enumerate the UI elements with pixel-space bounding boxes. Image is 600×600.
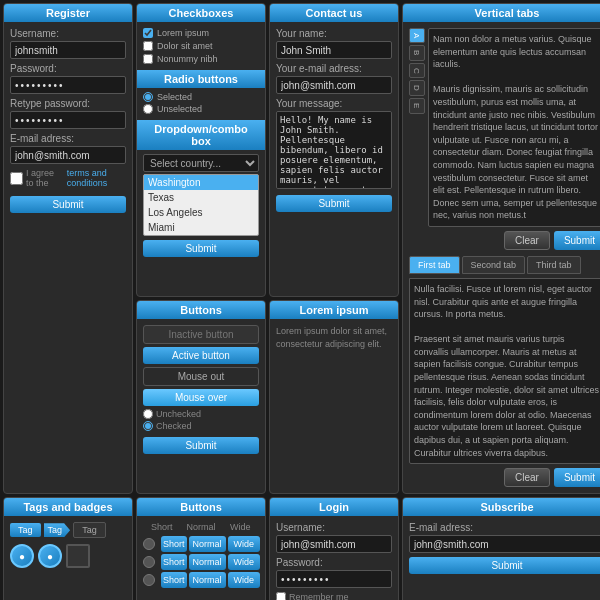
vtabs-title: Vertical tabs (403, 4, 600, 22)
agree-checkbox[interactable] (10, 172, 23, 185)
tag-1: Tag (10, 523, 41, 537)
tag-dark-1: Tag (73, 522, 106, 538)
badge-circle-2: ● (38, 544, 62, 568)
htab-first[interactable]: First tab (409, 256, 460, 274)
buttons-headers: Short Normal Wide (143, 522, 259, 532)
terms-link[interactable]: terms and conditions (67, 168, 126, 188)
contact-submit-button[interactable]: Submit (276, 195, 392, 212)
contact-panel: Contact us Your name: Your e-mail adress… (269, 3, 399, 297)
agree-row: I agree to the terms and conditions (10, 168, 126, 188)
htabs-submit-button[interactable]: Submit (554, 468, 600, 487)
checkbox-item-1: Lorem ipsum (143, 28, 259, 38)
vtab-e[interactable]: E (409, 98, 425, 113)
retype-label: Retype password: (10, 98, 126, 109)
unchecked-radio[interactable] (143, 409, 153, 419)
contact-name-input[interactable] (276, 41, 392, 59)
contact-email-label: Your e-mail adress: (276, 63, 392, 74)
password-input[interactable] (10, 76, 126, 94)
btn-normal-1[interactable]: Normal (189, 536, 226, 552)
badge-circle-1: ● (10, 544, 34, 568)
dropdown-submit-button[interactable]: Submit (143, 240, 259, 257)
btn-wide-1[interactable]: Wide (228, 536, 261, 552)
unchecked-row: Unchecked (143, 409, 259, 419)
checked-radio[interactable] (143, 421, 153, 431)
register-panel: Register Username: Password: Retype pass… (3, 3, 133, 494)
login-password-label: Password: (276, 557, 392, 568)
btn-wide-2[interactable]: Wide (228, 554, 261, 570)
radio-item-1: Selected (143, 92, 259, 102)
tag-arrow-1: Tag (44, 523, 71, 537)
checkbox-1[interactable] (143, 28, 153, 38)
badge-square-1 (66, 544, 90, 568)
remember-me-checkbox[interactable] (276, 592, 286, 600)
vtab-b[interactable]: B (409, 45, 425, 60)
contact-title: Contact us (270, 4, 398, 22)
register-title: Register (4, 4, 132, 22)
vtab-content: Nam non dolor a metus varius. Quisque el… (428, 28, 600, 227)
retype-input[interactable] (10, 111, 126, 129)
dropdown-option-washington[interactable]: Washington (144, 175, 258, 190)
checked-row: Checked (143, 421, 259, 431)
checkbox-2[interactable] (143, 41, 153, 51)
buttons-matrix-title: Buttons (137, 498, 265, 516)
htab-second[interactable]: Second tab (462, 256, 526, 274)
buttons-matrix-panel: Buttons Short Normal Wide Short Normal W… (136, 497, 266, 600)
btn-normal-2[interactable]: Normal (189, 554, 226, 570)
htabs-clear-button[interactable]: Clear (504, 468, 550, 487)
contact-email-input[interactable] (276, 76, 392, 94)
lorem-panel: Lorem ipsum Lorem ipsum dolor sit amet, … (269, 300, 399, 494)
subscribe-title: Subscribe (403, 498, 600, 516)
contact-message-label: Your message: (276, 98, 392, 109)
username-input[interactable] (10, 41, 126, 59)
buttons-left-submit[interactable]: Submit (143, 437, 259, 454)
dropdown-option-la[interactable]: Los Angeles (144, 205, 258, 220)
email-input[interactable] (10, 146, 126, 164)
checkbox-3[interactable] (143, 54, 153, 64)
vtab-d[interactable]: D (409, 80, 425, 96)
active-button[interactable]: Active button (143, 347, 259, 364)
buttons-left-panel: Buttons Inactive button Active button Mo… (136, 300, 266, 494)
inactive-button: Inactive button (143, 325, 259, 344)
radio-unselected[interactable] (143, 104, 153, 114)
htabs-list: First tab Second tab Third tab (409, 256, 600, 274)
mouseover-button[interactable]: Mouse over (143, 389, 259, 406)
row1-icon (143, 538, 155, 550)
btn-short-3[interactable]: Short (161, 572, 187, 588)
dropdown-option-texas[interactable]: Texas (144, 190, 258, 205)
mouseout-button[interactable]: Mouse out (143, 367, 259, 386)
btn-normal-3[interactable]: Normal (189, 572, 226, 588)
header-wide: Wide (222, 522, 259, 532)
dropdown-list: Washington Texas Los Angeles Miami (143, 174, 259, 236)
login-username-input[interactable] (276, 535, 392, 553)
subscribe-email-label: E-mail adress: (409, 522, 600, 533)
htab-third[interactable]: Third tab (527, 256, 581, 274)
radio-title: Radio buttons (137, 70, 265, 88)
tags-panel: Tags and badges Tag Tag Tag ● ● (3, 497, 133, 600)
radio-selected[interactable] (143, 92, 153, 102)
main-page: Register Username: Password: Retype pass… (0, 0, 600, 600)
btn-wide-3[interactable]: Wide (228, 572, 261, 588)
row3-icon (143, 574, 155, 586)
subscribe-email-input[interactable] (409, 535, 600, 553)
login-panel: Login Username: Password: Remember me Re… (269, 497, 399, 600)
vtabs-submit-button[interactable]: Submit (554, 231, 600, 250)
login-password-input[interactable] (276, 570, 392, 588)
checkboxes-title: Checkboxes (137, 4, 265, 22)
country-select[interactable]: Select country... Washington Texas Los A… (143, 154, 259, 172)
vtabs-clear-button[interactable]: Clear (504, 231, 550, 250)
vtab-a[interactable]: A (409, 28, 425, 43)
subscribe-submit-button[interactable]: Submit (409, 557, 600, 574)
login-username-label: Username: (276, 522, 392, 533)
contact-message-input[interactable]: Hello! My name is John Smith. Pellentesq… (276, 111, 392, 189)
button-row-3: Short Normal Wide (143, 572, 259, 588)
dropdown-title: Dropdown/combo box (137, 120, 265, 150)
btn-short-2[interactable]: Short (161, 554, 187, 570)
htabs-section: First tab Second tab Third tab Nulla fac… (409, 256, 600, 487)
register-submit-button[interactable]: Submit (10, 196, 126, 213)
btn-short-1[interactable]: Short (161, 536, 187, 552)
vtab-c[interactable]: C (409, 63, 425, 79)
dropdown-option-miami[interactable]: Miami (144, 220, 258, 235)
button-row-1: Short Normal Wide (143, 536, 259, 552)
row2-icon (143, 556, 155, 568)
password-label: Password: (10, 63, 126, 74)
